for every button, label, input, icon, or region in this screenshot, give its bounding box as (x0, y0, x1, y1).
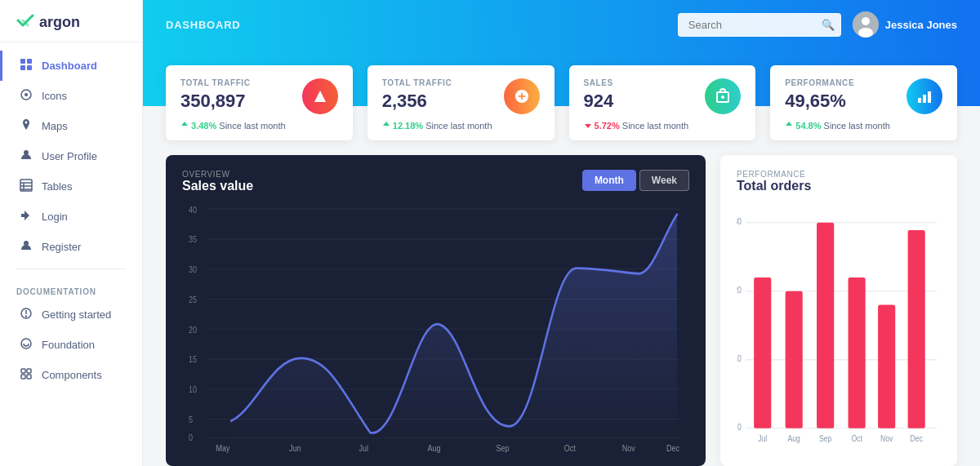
svg-text:Dec: Dec (911, 433, 923, 443)
stat-since: Since last month (219, 121, 285, 131)
svg-point-5 (24, 93, 28, 96)
sidebar-item-dashboard[interactable]: Dashboard (0, 51, 142, 81)
content-row: OVERVIEW Sales value Month Week 40 35 30… (143, 140, 980, 466)
svg-text:20: 20 (737, 285, 742, 295)
stat-since: Since last month (824, 121, 890, 131)
nav-icon-foundation (19, 337, 33, 353)
page-title: DASHBOARD (166, 19, 241, 31)
stat-footer: 3.48% Since last month (180, 121, 338, 131)
sales-chart-panel: OVERVIEW Sales value Month Week 40 35 30… (166, 155, 706, 466)
toggle-month-button[interactable]: Month (582, 170, 636, 191)
nav-icon-dashboard (19, 58, 33, 73)
sales-chart-area: 40 35 30 25 20 15 10 5 0 (182, 200, 689, 455)
stat-card-performance: PERFORMANCE 49,65% 54.8% Since last mont… (770, 65, 957, 140)
nav-label-maps: Maps (42, 120, 68, 132)
search-wrapper: 🔍 (678, 13, 841, 37)
chart-labels: OVERVIEW Sales value (182, 170, 253, 193)
sidebar-item-maps[interactable]: Maps (0, 111, 142, 141)
stat-card-top: TOTAL TRAFFIC 350,897 (180, 78, 338, 114)
stat-value: 49,65% (785, 91, 854, 112)
toggle-week-button[interactable]: Week (639, 170, 689, 191)
stat-change-up: 3.48% (180, 121, 216, 131)
svg-point-15 (21, 339, 31, 348)
stat-card-top: SALES 924 (584, 78, 742, 114)
svg-point-21 (862, 17, 870, 25)
avatar (853, 11, 879, 38)
bar-jul (754, 277, 771, 428)
svg-text:35: 35 (189, 235, 197, 245)
sidebar-logo: argon (0, 0, 142, 42)
svg-point-22 (858, 28, 873, 38)
nav-icon-icons (19, 88, 33, 104)
stats-row: TOTAL TRAFFIC 350,897 3.48% Since last m… (143, 65, 980, 140)
orders-perf-label: PERFORMANCE (737, 170, 941, 179)
user-info[interactable]: Jessica Jones (853, 11, 957, 38)
bar-aug (786, 291, 803, 428)
svg-text:Jun: Jun (289, 443, 301, 453)
svg-text:Aug: Aug (427, 443, 440, 453)
svg-text:Sep: Sep (819, 433, 832, 443)
svg-text:Nov: Nov (622, 443, 635, 453)
svg-text:Sep: Sep (497, 443, 510, 453)
nav-label-user-profile: User Profile (42, 150, 97, 162)
svg-point-14 (26, 316, 27, 317)
bar-sep (817, 223, 834, 428)
stat-text: TOTAL TRAFFIC 2,356 (382, 78, 452, 112)
svg-text:0: 0 (189, 433, 193, 443)
sidebar-item-login[interactable]: Login (0, 202, 142, 232)
svg-text:40: 40 (189, 205, 197, 215)
stat-icon-total-traffic-2 (504, 78, 540, 114)
sidebar-item-tables[interactable]: Tables (0, 171, 142, 202)
svg-text:May: May (216, 443, 230, 453)
search-input[interactable] (678, 13, 841, 37)
nav-icon-maps (19, 118, 33, 134)
svg-rect-16 (21, 369, 25, 373)
svg-text:5: 5 (189, 415, 193, 425)
main-content: DASHBOARD 🔍 Jessica Jones (143, 0, 980, 466)
chart-overview-label: OVERVIEW (182, 170, 253, 179)
nav-icon-user-profile (19, 149, 33, 164)
svg-text:30: 30 (737, 216, 742, 226)
svg-rect-1 (27, 59, 32, 64)
stat-label: SALES (584, 78, 614, 87)
nav-label-tables: Tables (42, 180, 73, 193)
stat-footer: 5.72% Since last month (584, 121, 742, 131)
stat-change-up: 54.8% (785, 121, 821, 131)
sidebar-item-foundation[interactable]: Foundation (0, 330, 142, 360)
sidebar-item-icons[interactable]: Icons (0, 81, 142, 111)
svg-text:Nov: Nov (880, 433, 893, 443)
svg-text:30: 30 (189, 265, 197, 275)
svg-rect-18 (21, 375, 25, 379)
chart-title: Sales value (182, 179, 253, 193)
stat-icon-total-traffic-1 (302, 78, 338, 114)
sidebar-item-register[interactable]: Register (0, 232, 142, 262)
search-icon[interactable]: 🔍 (822, 19, 835, 31)
sidebar-navigation: DashboardIconsMapsUser ProfileTablesLogi… (0, 42, 142, 466)
stat-icon-performance (906, 78, 942, 114)
sidebar-item-getting-started[interactable]: Getting started (0, 300, 142, 330)
nav-icon-components (19, 367, 33, 383)
nav-label-register: Register (42, 241, 81, 253)
nav-icon-login (19, 209, 33, 224)
stat-text: SALES 924 (584, 78, 614, 112)
stat-text: TOTAL TRAFFIC 350,897 (180, 78, 251, 112)
svg-text:Oct: Oct (851, 433, 862, 443)
svg-rect-27 (918, 98, 921, 103)
sidebar-item-components[interactable]: Components (0, 360, 142, 390)
svg-text:10: 10 (189, 385, 197, 395)
user-name: Jessica Jones (885, 19, 957, 31)
stat-label: TOTAL TRAFFIC (180, 78, 251, 87)
stat-card-top: PERFORMANCE 49,65% (785, 78, 942, 114)
stat-value: 350,897 (180, 91, 251, 112)
chart-toggle: Month Week (582, 170, 689, 191)
chart-panel-header: OVERVIEW Sales value Month Week (182, 170, 689, 193)
nav-icon-register (19, 239, 33, 255)
sidebar-item-user-profile[interactable]: User Profile (0, 141, 142, 171)
stat-icon-sales (705, 78, 741, 114)
svg-rect-2 (20, 65, 25, 70)
svg-rect-19 (27, 375, 31, 379)
svg-text:10: 10 (737, 353, 742, 363)
sidebar: argon DashboardIconsMapsUser ProfileTabl… (0, 0, 143, 466)
nav-label-components: Components (42, 369, 102, 381)
stat-card-total-traffic-1: TOTAL TRAFFIC 350,897 3.48% Since last m… (166, 65, 353, 140)
